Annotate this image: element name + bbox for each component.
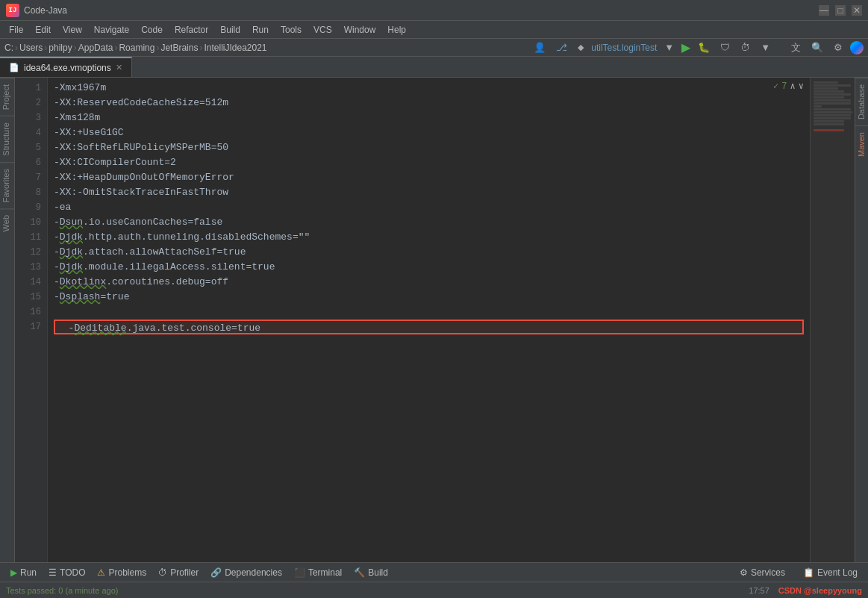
code-line-11: -Djdk.http.auth.tunneling.disabledScheme…	[54, 230, 804, 245]
search-icon[interactable]: 🔍	[808, 40, 826, 54]
build-button[interactable]: 🔨 Build	[348, 566, 394, 579]
code-line-17[interactable]: -Deditable.java.test.console=true	[54, 320, 804, 334]
time-display: 17:57	[749, 586, 769, 595]
right-panels: Database Maven	[855, 78, 868, 562]
main-area: Project Structure Favorites Web ✓ 7 ∧ ∨ …	[0, 78, 868, 562]
run-config[interactable]: utilTest.loginTest	[591, 43, 657, 53]
tab-close-button[interactable]: ✕	[116, 63, 122, 72]
menu-build[interactable]: Build	[214, 23, 246, 37]
code-line-8: -XX:-OmitStackTraceInFastThrow	[54, 185, 804, 200]
todo-button[interactable]: ☰ TODO	[43, 566, 91, 579]
code-line-5: -XX:SoftRefLRUPolicyMSPerMB=50	[54, 140, 804, 155]
bottom-toolbar: ▶ Run ☰ TODO ⚠ Problems ⏱ Profiler 🔗 Dep…	[0, 562, 868, 582]
title-bar-left: IJ Code-Java	[6, 4, 67, 17]
status-right: 17:57 CSDN @sleepyyoung	[749, 586, 862, 595]
panel-favorites[interactable]: Favorites	[0, 162, 15, 208]
services-label: Services	[751, 567, 785, 578]
inspect-count: 7	[781, 81, 787, 92]
breadcrumb-roaming[interactable]: Roaming	[119, 43, 154, 53]
editor-area: ✓ 7 ∧ ∨ 1 2 3 4 5 6 7 8 9 10 11 12 13 14	[15, 78, 855, 562]
minimap	[810, 78, 855, 562]
tab-bar: 📄 idea64.exe.vmoptions ✕	[0, 57, 868, 78]
code-line-14: -Dkotlinx.coroutines.debug=off	[54, 275, 804, 290]
run-config-dropdown[interactable]: ▼	[661, 40, 677, 54]
menu-vcs[interactable]: VCS	[307, 23, 338, 37]
account-icon[interactable]: 👤	[531, 40, 549, 54]
coverage-button[interactable]: 🛡	[717, 40, 733, 54]
menu-code[interactable]: Code	[135, 23, 169, 37]
breadcrumb-appdata[interactable]: AppData	[78, 43, 113, 53]
menu-help[interactable]: Help	[381, 23, 412, 37]
breadcrumb-jetbrains[interactable]: JetBrains	[160, 43, 198, 53]
terminal-label: Terminal	[308, 567, 342, 578]
menu-window[interactable]: Window	[338, 23, 382, 37]
close-button[interactable]: ✕	[852, 5, 862, 16]
run-toolbar-label: Run	[20, 567, 37, 578]
left-panels: Project Structure Favorites Web	[0, 78, 15, 562]
maximize-button[interactable]: □	[835, 5, 846, 16]
menu-run[interactable]: Run	[246, 23, 275, 37]
breadcrumb-users[interactable]: Users	[19, 43, 43, 53]
build-icon: 🔨	[354, 567, 365, 578]
breadcrumb-philpy[interactable]: philpy	[49, 43, 72, 53]
more-button[interactable]: ▼	[758, 40, 773, 54]
inspect-checkmark: ✓	[773, 81, 778, 92]
settings-icon[interactable]: ⚙	[831, 40, 846, 54]
avatar-icon[interactable]	[850, 41, 864, 54]
code-line-9: -ea	[54, 200, 804, 215]
menu-edit[interactable]: Edit	[29, 23, 57, 37]
menu-refactor[interactable]: Refactor	[169, 23, 214, 37]
eventlog-button[interactable]: 📋 Event Log	[797, 566, 864, 579]
debug-button[interactable]: 🐛	[695, 40, 713, 54]
services-button[interactable]: ⚙ Services	[734, 566, 791, 579]
inspect-down[interactable]: ∨	[799, 81, 804, 92]
code-line-1: -Xmx1967m	[54, 81, 804, 96]
services-icon: ⚙	[740, 567, 748, 578]
code-line-6: -XX:CICompilerCount=2	[54, 155, 804, 170]
inspect-badge: ✓ 7 ∧ ∨	[773, 81, 804, 92]
code-line-4: -XX:+UseG1GC	[54, 125, 804, 140]
menu-bar: File Edit View Navigate Code Refactor Bu…	[0, 21, 868, 39]
title-bar-title: Code-Java	[24, 5, 67, 16]
menu-file[interactable]: File	[3, 23, 29, 37]
dependencies-icon: 🔗	[210, 567, 222, 578]
code-lines[interactable]: -Xmx1967m -XX:ReservedCodeCacheSize=512m…	[48, 78, 810, 562]
profiler-button[interactable]: ⏱ Profiler	[152, 566, 204, 579]
translate-icon[interactable]: 文	[788, 40, 804, 56]
profiler-button[interactable]: ⏱	[737, 40, 753, 54]
minimize-button[interactable]: —	[819, 5, 829, 16]
problems-button[interactable]: ⚠ Problems	[91, 566, 152, 579]
breadcrumb-actions: 👤 ⎇ ◆ utilTest.loginTest ▼ ▶ 🐛 🛡 ⏱ ▼ 文 🔍…	[531, 40, 864, 56]
profiler-icon: ⏱	[158, 567, 167, 578]
profiler-label: Profiler	[170, 567, 199, 578]
panel-maven[interactable]: Maven	[855, 125, 868, 163]
breadcrumb-bar: C: › Users › philpy › AppData › Roaming …	[0, 39, 868, 57]
panel-project[interactable]: Project	[0, 78, 15, 116]
dependencies-label: Dependencies	[225, 567, 282, 578]
run-toolbar-button[interactable]: ▶ Run	[4, 566, 43, 579]
panel-web[interactable]: Web	[0, 208, 15, 237]
menu-tools[interactable]: Tools	[275, 23, 307, 37]
panel-database[interactable]: Database	[855, 78, 868, 125]
title-bar: IJ Code-Java — □ ✕	[0, 0, 868, 21]
menu-view[interactable]: View	[57, 23, 88, 37]
tab-label: idea64.exe.vmoptions	[24, 63, 111, 73]
menu-navigate[interactable]: Navigate	[88, 23, 135, 37]
tab-vmoptions[interactable]: 📄 idea64.exe.vmoptions ✕	[0, 57, 132, 77]
build-label: Build	[368, 567, 388, 578]
panel-structure[interactable]: Structure	[0, 116, 15, 162]
line-numbers: 1 2 3 4 5 6 7 8 9 10 11 12 13 14 15 16 1…	[15, 78, 48, 562]
breadcrumb-c[interactable]: C:	[4, 43, 13, 53]
code-line-15: -Dsplash=true	[54, 290, 804, 305]
csdn-watermark: CSDN @sleepyyoung	[778, 586, 862, 595]
vcs-icon[interactable]: ⎇	[553, 40, 570, 54]
inspect-up[interactable]: ∧	[790, 81, 796, 92]
run-config-label: ◆	[575, 43, 587, 52]
dependencies-button[interactable]: 🔗 Dependencies	[204, 566, 288, 579]
problems-icon: ⚠	[97, 567, 105, 578]
code-line-13: -Djdk.module.illegalAccess.silent=true	[54, 260, 804, 275]
eventlog-icon: 📋	[803, 567, 814, 578]
breadcrumb-intellij[interactable]: IntelliJIdea2021	[204, 43, 266, 53]
run-button[interactable]: ▶	[681, 40, 690, 54]
terminal-button[interactable]: ⬛ Terminal	[288, 566, 348, 579]
